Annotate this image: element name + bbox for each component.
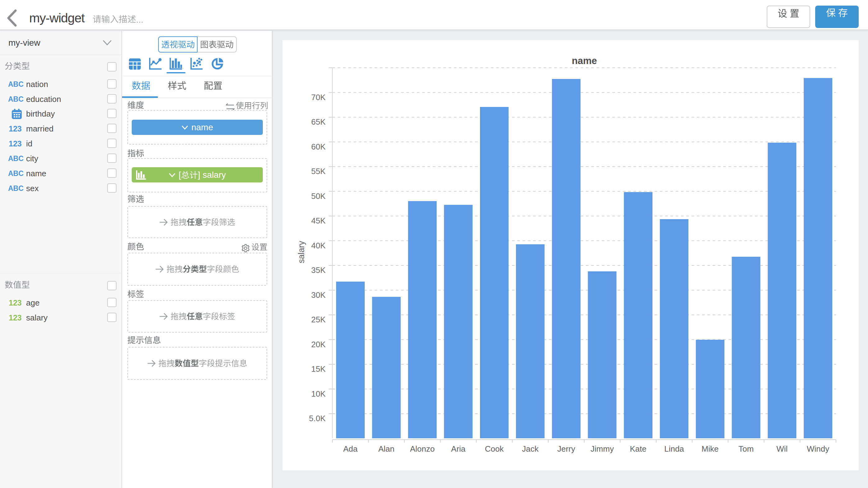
svg-text:20K: 20K <box>311 340 326 349</box>
svg-text:30K: 30K <box>311 290 326 300</box>
svg-text:35K: 35K <box>311 266 326 275</box>
svg-text:55K: 55K <box>311 166 326 176</box>
svg-text:15K: 15K <box>311 364 326 374</box>
svg-text:Wil: Wil <box>776 444 787 454</box>
svg-text:5.0K: 5.0K <box>309 414 326 423</box>
svg-text:25K: 25K <box>311 315 326 324</box>
svg-text:Cook: Cook <box>485 444 504 454</box>
svg-text:Linda: Linda <box>664 444 684 454</box>
svg-text:salary: salary <box>297 241 306 263</box>
svg-text:Jerry: Jerry <box>557 444 575 454</box>
svg-text:name: name <box>572 55 597 66</box>
svg-text:Windy: Windy <box>807 444 829 454</box>
svg-text:70K: 70K <box>311 93 326 102</box>
svg-text:10K: 10K <box>311 389 326 398</box>
svg-text:Alonzo: Alonzo <box>410 444 435 454</box>
svg-text:Aria: Aria <box>451 444 466 454</box>
svg-text:Mike: Mike <box>702 444 719 454</box>
svg-text:60K: 60K <box>311 142 326 151</box>
svg-text:50K: 50K <box>311 191 326 201</box>
svg-text:Ada: Ada <box>343 444 358 454</box>
svg-text:Alan: Alan <box>378 444 395 454</box>
svg-text:40K: 40K <box>311 241 326 250</box>
svg-text:65K: 65K <box>311 117 326 126</box>
svg-text:Kate: Kate <box>630 444 647 454</box>
svg-text:Tom: Tom <box>739 444 754 454</box>
svg-text:Jack: Jack <box>522 444 539 454</box>
svg-text:Jimmy: Jimmy <box>591 444 614 454</box>
svg-text:45K: 45K <box>311 216 326 225</box>
